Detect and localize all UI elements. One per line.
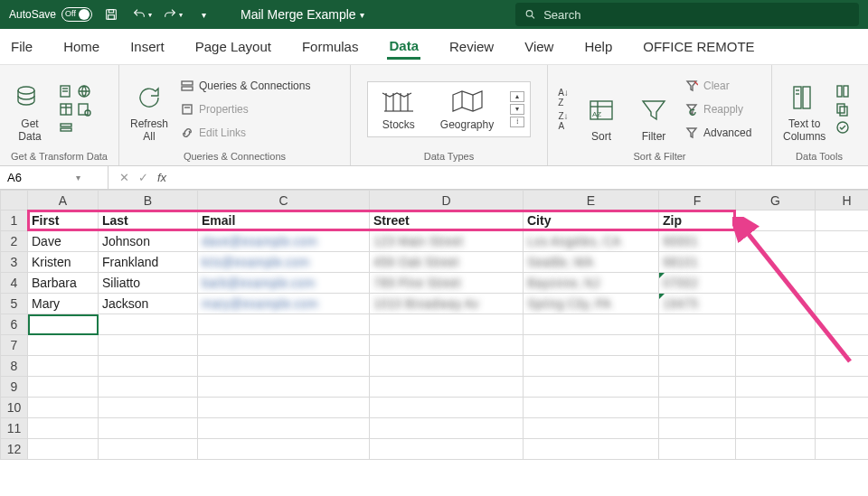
from-web-icon[interactable] bbox=[76, 83, 92, 99]
autosave-toggle[interactable]: AutoSave Off bbox=[9, 7, 92, 22]
cell-F3[interactable]: 98101 bbox=[659, 252, 736, 273]
tab-office-remote[interactable]: OFFICE REMOTE bbox=[641, 35, 756, 58]
row-header-1[interactable]: 1 bbox=[1, 211, 28, 231]
document-title[interactable]: Mail Merge Example ▾ bbox=[241, 7, 364, 22]
search-input[interactable] bbox=[543, 8, 850, 22]
row-header-12[interactable]: 12 bbox=[1, 439, 28, 460]
cell-D4[interactable]: 789 Pine Street bbox=[370, 273, 524, 294]
cell-D2[interactable]: 123 Main Street bbox=[370, 231, 524, 252]
cell-E5[interactable]: Spring City, PA bbox=[524, 294, 659, 314]
spreadsheet-grid[interactable]: A B C D E F G H 1 First Last Email Stree… bbox=[0, 190, 868, 460]
cell-B2[interactable]: Johnson bbox=[99, 231, 198, 252]
cell-C5[interactable]: mary@example.com bbox=[198, 294, 370, 314]
cell-D1[interactable]: Street bbox=[370, 211, 524, 231]
col-header-D[interactable]: D bbox=[370, 191, 524, 211]
advanced-button[interactable]: Advanced bbox=[682, 123, 755, 143]
get-data-button[interactable]: Get Data bbox=[5, 73, 54, 145]
row-header-9[interactable]: 9 bbox=[1, 377, 28, 398]
cancel-formula-icon[interactable]: ✕ bbox=[119, 171, 129, 184]
name-box-input[interactable] bbox=[7, 171, 71, 184]
text-to-columns-button[interactable]: Text to Columns bbox=[778, 73, 831, 145]
reapply-button[interactable]: Reapply bbox=[682, 99, 755, 119]
formula-input[interactable] bbox=[177, 166, 868, 189]
col-header-A[interactable]: A bbox=[28, 191, 99, 211]
title-dropdown-icon[interactable]: ▾ bbox=[360, 10, 364, 20]
data-validation-icon[interactable] bbox=[835, 119, 851, 136]
cell-A2[interactable]: Dave bbox=[28, 231, 99, 252]
tab-help[interactable]: Help bbox=[582, 35, 614, 58]
cell-C1[interactable]: Email bbox=[198, 211, 370, 231]
col-header-F[interactable]: F bbox=[659, 191, 736, 211]
tab-data[interactable]: Data bbox=[387, 34, 420, 60]
clear-button[interactable]: Clear bbox=[682, 76, 755, 96]
filter-button[interactable]: Filter bbox=[629, 73, 678, 145]
cell-A5[interactable]: Mary bbox=[28, 294, 99, 314]
save-icon[interactable] bbox=[99, 4, 123, 25]
stocks-type-button[interactable]: Stocks bbox=[373, 86, 424, 133]
col-header-E[interactable]: E bbox=[524, 191, 659, 211]
from-text-icon[interactable] bbox=[58, 83, 74, 99]
name-box[interactable]: ▾ bbox=[0, 166, 108, 189]
row-header-4[interactable]: 4 bbox=[1, 273, 28, 294]
cell-F1[interactable]: Zip bbox=[659, 211, 736, 231]
sort-button[interactable]: AZ Sort bbox=[577, 73, 626, 145]
cell-F5[interactable]: 19475 bbox=[659, 294, 736, 314]
cell-E2[interactable]: Los Angeles, CA bbox=[524, 231, 659, 252]
tab-file[interactable]: File bbox=[9, 35, 34, 58]
tab-review[interactable]: Review bbox=[448, 35, 495, 58]
row-header-11[interactable]: 11 bbox=[1, 418, 28, 439]
refresh-all-button[interactable]: Refresh All bbox=[125, 73, 174, 145]
tab-insert[interactable]: Insert bbox=[128, 35, 166, 58]
row-header-3[interactable]: 3 bbox=[1, 252, 28, 273]
from-table-icon[interactable] bbox=[58, 101, 74, 117]
enter-formula-icon[interactable]: ✓ bbox=[138, 171, 148, 184]
tab-home[interactable]: Home bbox=[61, 35, 101, 58]
cell-B3[interactable]: Frankland bbox=[99, 252, 198, 273]
cell-C4[interactable]: barb@example.com bbox=[198, 273, 370, 294]
redo-icon[interactable]: ▾ bbox=[161, 4, 184, 25]
cell-C2[interactable]: dave@example.com bbox=[198, 231, 370, 252]
cell-D3[interactable]: 456 Oak Street bbox=[370, 252, 524, 273]
cell-C3[interactable]: kris@example.com bbox=[198, 252, 370, 273]
sort-desc-button[interactable]: Z↓A bbox=[553, 111, 573, 131]
col-header-G[interactable]: G bbox=[736, 191, 816, 211]
cell-B1[interactable]: Last bbox=[99, 211, 198, 231]
row-header-8[interactable]: 8 bbox=[1, 356, 28, 377]
row-header-6[interactable]: 6 bbox=[1, 314, 28, 335]
tab-page-layout[interactable]: Page Layout bbox=[193, 35, 273, 58]
cell-F4[interactable]: 07002 bbox=[659, 273, 736, 294]
select-all-corner[interactable] bbox=[1, 191, 28, 211]
cell-H1[interactable] bbox=[816, 211, 869, 231]
cell-F2[interactable]: 90001 bbox=[659, 231, 736, 252]
flash-fill-icon[interactable] bbox=[835, 83, 851, 99]
row-header-2[interactable]: 2 bbox=[1, 231, 28, 252]
row-header-10[interactable]: 10 bbox=[1, 398, 28, 418]
name-box-dropdown-icon[interactable]: ▾ bbox=[76, 173, 80, 182]
row-header-7[interactable]: 7 bbox=[1, 335, 28, 356]
row-header-5[interactable]: 5 bbox=[1, 294, 28, 314]
edit-links-button[interactable]: Edit Links bbox=[177, 123, 314, 143]
cell-A3[interactable]: Kristen bbox=[28, 252, 99, 273]
geography-type-button[interactable]: Geography bbox=[433, 86, 501, 133]
existing-conn-icon[interactable] bbox=[58, 119, 74, 136]
col-header-B[interactable]: B bbox=[99, 191, 198, 211]
remove-dup-icon[interactable] bbox=[835, 101, 851, 117]
data-types-more[interactable]: ▴▾⁞ bbox=[510, 91, 524, 127]
qat-customize-icon[interactable]: ▾ bbox=[192, 4, 215, 25]
col-header-H[interactable]: H bbox=[816, 191, 869, 211]
cell-A4[interactable]: Barbara bbox=[28, 273, 99, 294]
recent-sources-icon[interactable] bbox=[76, 101, 92, 117]
cell-B5[interactable]: Jackson bbox=[99, 294, 198, 314]
properties-button[interactable]: Properties bbox=[177, 99, 314, 119]
tab-view[interactable]: View bbox=[523, 35, 555, 58]
cell-E1[interactable]: City bbox=[524, 211, 659, 231]
tab-formulas[interactable]: Formulas bbox=[300, 35, 361, 58]
cell-E3[interactable]: Seattle, WA bbox=[524, 252, 659, 273]
search-box[interactable] bbox=[515, 3, 859, 26]
cell-A6[interactable] bbox=[28, 314, 99, 335]
col-header-C[interactable]: C bbox=[198, 191, 370, 211]
undo-icon[interactable]: ▾ bbox=[130, 4, 154, 25]
cell-B4[interactable]: Siliatto bbox=[99, 273, 198, 294]
cell-D5[interactable]: 1010 Broadway Av bbox=[370, 294, 524, 314]
cell-G1[interactable] bbox=[736, 211, 816, 231]
